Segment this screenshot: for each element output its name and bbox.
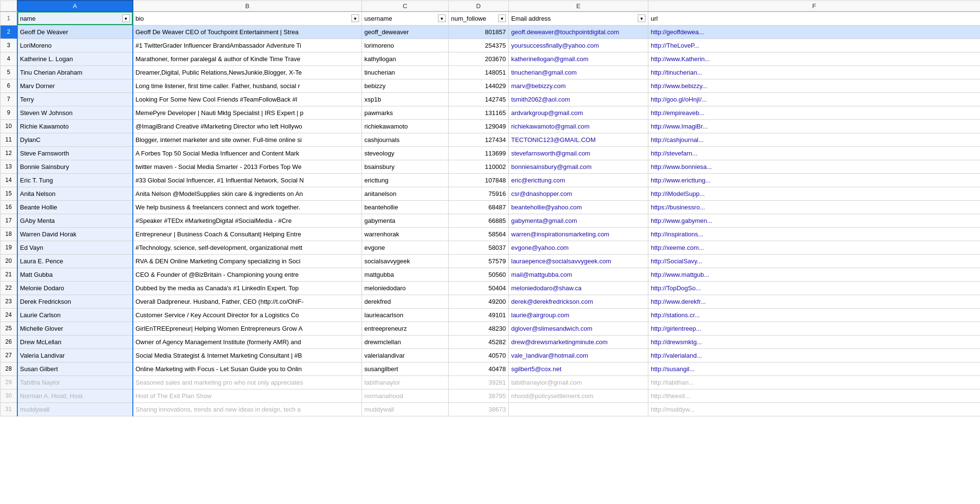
cell-url[interactable]: http://drewsmktg... xyxy=(648,335,980,349)
cell-url[interactable]: http://TheLoveP... xyxy=(648,39,980,52)
cell-name[interactable]: Richie Kawamoto xyxy=(17,119,133,133)
cell-bio[interactable]: #1 TwitterGrader Influencer BrandAmbassa… xyxy=(133,39,362,52)
cell-email[interactable]: marv@bebizzy.com xyxy=(509,79,648,92)
cell-username[interactable]: mattgubba xyxy=(362,268,449,281)
cell-username[interactable]: entreepreneurz xyxy=(362,322,449,335)
cell-bio[interactable]: Dreamer,Digital, Public Relations,NewsJu… xyxy=(133,65,362,79)
cell-url[interactable]: http://theexit... xyxy=(648,389,980,402)
cell-url[interactable]: http://tabithan... xyxy=(648,375,980,389)
cell-name[interactable]: Geoff De Weaver xyxy=(17,25,133,39)
cell-email[interactable]: TECTONIC123@GMAIL.COM xyxy=(509,133,648,146)
cell-num-followers[interactable]: 148051 xyxy=(449,65,509,79)
cell-num-followers[interactable]: 38673 xyxy=(449,402,509,416)
cell-url[interactable]: http://geoffdewea... xyxy=(648,25,980,39)
cell-username[interactable]: bsainsbury xyxy=(362,160,449,173)
cell-num-followers[interactable]: 40570 xyxy=(449,349,509,362)
cell-num-followers[interactable]: 131165 xyxy=(449,106,509,119)
cell-url[interactable]: http://tinucherian... xyxy=(648,65,980,79)
cell-email[interactable]: gabymenta@gmail.com xyxy=(509,214,648,227)
cell-num-followers[interactable]: 45282 xyxy=(449,335,509,349)
cell-url[interactable]: http://cashjournal... xyxy=(648,133,980,146)
cell-name[interactable]: Ed Vayn xyxy=(17,241,133,254)
cell-name[interactable]: Bonnie Sainsbury xyxy=(17,160,133,173)
cell-username[interactable]: xsp1b xyxy=(362,92,449,106)
cell-email[interactable]: beantehollie@yahoo.com xyxy=(509,200,648,214)
cell-url[interactable]: http://goo.gl/oHnjI/... xyxy=(648,92,980,106)
cell-url[interactable]: https://businessro... xyxy=(648,200,980,214)
cell-email[interactable]: bonniesainsbury@gmail.com xyxy=(509,160,648,173)
cell-email[interactable]: tinucherian@gmail.com xyxy=(509,65,648,79)
cell-name[interactable]: Eric T. Tung xyxy=(17,173,133,187)
cell-num-followers[interactable]: 203670 xyxy=(449,52,509,65)
cell-url[interactable]: http://www.ericttung... xyxy=(648,173,980,187)
cell-name[interactable]: Tinu Cherian Abraham xyxy=(17,65,133,79)
cell-bio[interactable]: Social Media Strategist & Internet Marke… xyxy=(133,349,362,362)
cell-bio[interactable]: #Speaker #TEDx #MarketingDigital #Social… xyxy=(133,214,362,227)
cell-name[interactable]: Terry xyxy=(17,92,133,106)
cell-email[interactable] xyxy=(509,402,648,416)
header-bio-cell[interactable]: bio ▼ xyxy=(133,12,362,25)
cell-bio[interactable]: RVA & DEN Online Marketing Company speci… xyxy=(133,254,362,268)
cell-username[interactable]: meloniedodaro xyxy=(362,281,449,295)
cell-bio[interactable]: Long time listener, first time caller. F… xyxy=(133,79,362,92)
cell-name[interactable]: Beante Hollie xyxy=(17,200,133,214)
cell-num-followers[interactable]: 50404 xyxy=(449,281,509,295)
cell-name[interactable]: Anita Nelson xyxy=(17,187,133,200)
cell-username[interactable]: bebizzy xyxy=(362,79,449,92)
cell-num-followers[interactable]: 254375 xyxy=(449,39,509,52)
col-header-c[interactable]: C xyxy=(362,0,449,12)
cell-email[interactable]: laurie@airgroup.com xyxy=(509,308,648,322)
cell-url[interactable]: http://iModelSupp... xyxy=(648,187,980,200)
cell-num-followers[interactable]: 129049 xyxy=(449,119,509,133)
cell-num-followers[interactable]: 75916 xyxy=(449,187,509,200)
cell-name[interactable]: Melonie Dodaro xyxy=(17,281,133,295)
cell-url[interactable]: http://www.bebizzy... xyxy=(648,79,980,92)
cell-num-followers[interactable]: 39281 xyxy=(449,375,509,389)
cell-bio[interactable]: Anita Nelson @ModelSupplies skin care & … xyxy=(133,187,362,200)
cell-bio[interactable]: Looking For Some New Cool Friends #TeamF… xyxy=(133,92,362,106)
cell-num-followers[interactable]: 113699 xyxy=(449,146,509,160)
cell-bio[interactable]: Owner of Agency Management Institute (fo… xyxy=(133,335,362,349)
cell-username[interactable]: susangilbert xyxy=(362,362,449,375)
cell-email[interactable]: tabithanaylor@gmail.com xyxy=(509,375,648,389)
cell-num-followers[interactable]: 144029 xyxy=(449,79,509,92)
cell-username[interactable]: pawmarks xyxy=(362,106,449,119)
cell-email[interactable]: evgone@yahoo.com xyxy=(509,241,648,254)
cell-username[interactable]: derekfred xyxy=(362,295,449,308)
cell-name[interactable]: Laurie Carlson xyxy=(17,308,133,322)
cell-username[interactable]: valerialandivar xyxy=(362,349,449,362)
cell-username[interactable]: geoff_deweaver xyxy=(362,25,449,39)
cell-username[interactable]: richiekawamoto xyxy=(362,119,449,133)
cell-bio[interactable]: A Forbes Top 50 Social Media Influencer … xyxy=(133,146,362,160)
header-name-cell[interactable]: name ▼ xyxy=(17,12,133,25)
cell-url[interactable]: http://stations.cr... xyxy=(648,308,980,322)
cell-num-followers[interactable]: 58564 xyxy=(449,227,509,241)
cell-bio[interactable]: CEO & Founder of @BizBritain - Championi… xyxy=(133,268,362,281)
cell-username[interactable]: kathyllogan xyxy=(362,52,449,65)
cell-bio[interactable]: GirlEnTREEpreneur| Helping Women Entrepr… xyxy=(133,322,362,335)
cell-username[interactable]: muddywall xyxy=(362,402,449,416)
cell-username[interactable]: beantehollie xyxy=(362,200,449,214)
filter-name-btn[interactable]: ▼ xyxy=(122,14,130,22)
cell-username[interactable]: warrenhorak xyxy=(362,227,449,241)
cell-username[interactable]: ericttung xyxy=(362,173,449,187)
cell-username[interactable]: cashjournals xyxy=(362,133,449,146)
cell-email[interactable]: mail@mattgubba.com xyxy=(509,268,648,281)
cell-bio[interactable]: Dubbed by the media as Canada's #1 Linke… xyxy=(133,281,362,295)
cell-num-followers[interactable]: 48230 xyxy=(449,322,509,335)
col-header-b[interactable]: B xyxy=(133,0,362,12)
cell-num-followers[interactable]: 57579 xyxy=(449,254,509,268)
cell-email[interactable]: geoff.deweaver@touchpointdigital.com xyxy=(509,25,648,39)
header-username-cell[interactable]: username ▼ xyxy=(362,12,449,25)
cell-url[interactable]: http://inspirations... xyxy=(648,227,980,241)
cell-url[interactable]: http://TopDogSo... xyxy=(648,281,980,295)
cell-num-followers[interactable]: 58037 xyxy=(449,241,509,254)
cell-email[interactable]: ardvarkgroup@gmail.com xyxy=(509,106,648,119)
cell-email[interactable]: derek@derekfredrickson.com xyxy=(509,295,648,308)
cell-username[interactable]: tinucherian xyxy=(362,65,449,79)
cell-username[interactable]: evgone xyxy=(362,241,449,254)
cell-bio[interactable]: Host of The Exit Plan Show xyxy=(133,389,362,402)
cell-email[interactable]: tsmith2062@aol.com xyxy=(509,92,648,106)
cell-email[interactable]: drew@drewsmarketingminute.com xyxy=(509,335,648,349)
cell-username[interactable]: drewmclellan xyxy=(362,335,449,349)
